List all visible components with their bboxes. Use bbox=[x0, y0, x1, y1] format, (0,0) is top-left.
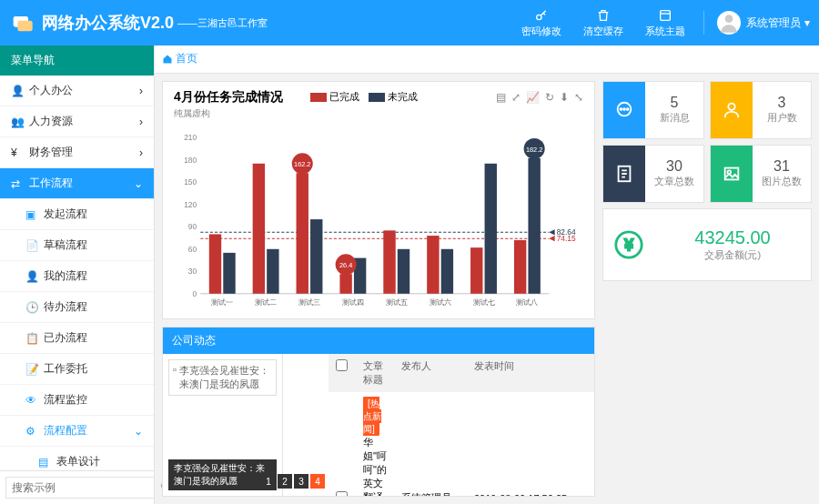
draft-icon: 📄 bbox=[25, 239, 38, 252]
svg-rect-35 bbox=[427, 236, 439, 294]
sidebar-title: 菜单导航 bbox=[0, 45, 154, 76]
header-password-button[interactable]: 密码修改 bbox=[511, 8, 572, 38]
svg-text:182.2: 182.2 bbox=[526, 145, 542, 153]
table-row[interactable]: [热点新闻]华姐"呵呵"的英文翻译火了, 外交部的神翻译还有很多 系统管理员 2… bbox=[329, 392, 594, 497]
avatar[interactable] bbox=[717, 11, 741, 35]
stat-images[interactable]: 31图片总数 bbox=[710, 145, 812, 203]
svg-rect-27 bbox=[310, 219, 322, 294]
legend-done[interactable]: 已完成 bbox=[310, 90, 359, 104]
plus-icon: ▣ bbox=[25, 208, 38, 221]
sidebar-sub-todo[interactable]: 🕒待办流程 bbox=[0, 292, 154, 323]
delegate-icon: 📝 bbox=[25, 363, 38, 376]
svg-rect-41 bbox=[514, 239, 526, 293]
svg-marker-18 bbox=[549, 236, 554, 241]
news-table: 文章标题 发布人 发表时间 [热点新闻]华姐"呵呵"的英文翻译火了, 外交部的神… bbox=[329, 354, 594, 497]
svg-text:测试八: 测试八 bbox=[516, 297, 538, 307]
page-4[interactable]: 4 bbox=[310, 474, 325, 489]
svg-rect-21 bbox=[223, 252, 235, 293]
chevron-right-icon: › bbox=[139, 146, 143, 159]
svg-rect-38 bbox=[470, 247, 482, 294]
chart-panel: 4月份任务完成情况 已完成 未完成 ▤ ⤢ 📈 ↻ ⬇ ⤡ bbox=[162, 81, 595, 319]
sidebar-sub-mine[interactable]: 👤我的流程 bbox=[0, 261, 154, 292]
svg-text:¥: ¥ bbox=[624, 237, 633, 252]
stat-messages[interactable]: 5新消息 bbox=[602, 81, 704, 139]
person-icon: 👤 bbox=[25, 270, 38, 283]
flow-icon: ⇄ bbox=[11, 177, 24, 190]
page-1[interactable]: 1 bbox=[261, 474, 276, 489]
tool-line-icon[interactable]: 📈 bbox=[526, 91, 540, 104]
sidebar-sub-form[interactable]: ▤表单设计 bbox=[0, 447, 154, 470]
svg-text:74.15: 74.15 bbox=[557, 234, 576, 243]
tab-home[interactable]: 首页 bbox=[162, 51, 197, 66]
tool-expand-icon[interactable]: ⤡ bbox=[574, 91, 583, 104]
news-time: 2019-08-09 17:56:25 bbox=[467, 488, 594, 497]
header-clear-button[interactable]: 清空缓存 bbox=[572, 8, 634, 38]
chart-subtitle: 纯属虚构 bbox=[174, 107, 583, 120]
sidebar-sub-monitor[interactable]: 👁流程监控 bbox=[0, 385, 154, 416]
tool-data-icon[interactable]: ▤ bbox=[496, 91, 506, 104]
svg-point-56 bbox=[627, 108, 629, 110]
tool-zoom-icon[interactable]: ⤢ bbox=[511, 91, 521, 104]
svg-text:测试六: 测试六 bbox=[430, 297, 451, 307]
user-name[interactable]: 系统管理员 bbox=[746, 15, 801, 31]
svg-marker-15 bbox=[549, 229, 554, 235]
svg-text:测试七: 测试七 bbox=[473, 297, 495, 307]
stat-articles[interactable]: 30文章总数 bbox=[602, 145, 704, 203]
svg-rect-24 bbox=[267, 248, 278, 293]
tool-refresh-icon[interactable]: ↻ bbox=[545, 91, 554, 104]
sidebar-search: 🔍 bbox=[0, 470, 154, 504]
image-icon: ▫ bbox=[173, 364, 177, 375]
stats-column: 5新消息 3用户数 30文章总数 31图片总数 bbox=[602, 81, 812, 498]
theme-icon bbox=[658, 8, 672, 23]
svg-rect-23 bbox=[253, 163, 265, 293]
sidebar-sub-draft[interactable]: 📄草稿流程 bbox=[0, 230, 154, 261]
done-icon: 📋 bbox=[25, 332, 38, 345]
svg-rect-39 bbox=[485, 163, 497, 293]
header-theme-button[interactable]: 系统主题 bbox=[634, 8, 696, 38]
page-3[interactable]: 3 bbox=[294, 474, 308, 489]
sidebar-item-hr[interactable]: 👥人力资源› bbox=[0, 106, 154, 137]
svg-rect-32 bbox=[383, 230, 395, 293]
user-icon: 👤 bbox=[11, 85, 24, 97]
svg-text:测试二: 测试二 bbox=[255, 297, 277, 307]
legend-undone[interactable]: 未完成 bbox=[369, 90, 418, 104]
stat-money[interactable]: ¥ 43245.00交易金额(元) bbox=[602, 208, 812, 281]
chart-toolbar: ▤ ⤢ 📈 ↻ ⬇ ⤡ bbox=[496, 91, 583, 104]
check-all[interactable] bbox=[336, 359, 348, 371]
svg-text:测试三: 测试三 bbox=[298, 297, 320, 307]
sidebar-sub-done[interactable]: 📋已办流程 bbox=[0, 323, 154, 354]
sidebar-sub-delegate[interactable]: 📝工作委托 bbox=[0, 354, 154, 385]
stat-users[interactable]: 3用户数 bbox=[710, 81, 812, 139]
svg-text:162.2: 162.2 bbox=[294, 159, 310, 167]
svg-rect-29 bbox=[339, 274, 351, 294]
col-author: 发布人 bbox=[394, 354, 467, 392]
svg-text:180: 180 bbox=[184, 155, 197, 164]
svg-text:60: 60 bbox=[188, 244, 197, 253]
news-title: 华姐"呵呵"的英文翻译火了, 外交部的神翻译还有很多 bbox=[363, 437, 387, 497]
sidebar-item-workflow[interactable]: ⇄工作流程⌄ bbox=[0, 168, 154, 199]
table-header: 文章标题 发布人 发表时间 bbox=[329, 354, 594, 392]
app-header: 网络办公系统V2.0 ——三湘古邑工作室 密码修改 清空缓存 系统主题 系统管理… bbox=[0, 0, 819, 45]
svg-text:测试五: 测试五 bbox=[386, 297, 408, 307]
row-check[interactable] bbox=[336, 491, 348, 496]
svg-rect-33 bbox=[398, 248, 410, 293]
image-icon bbox=[711, 146, 753, 202]
tab-bar: 首页 bbox=[155, 45, 819, 74]
chart-legend: 已完成 未完成 bbox=[310, 90, 418, 104]
gear-icon: ⚙ bbox=[25, 425, 38, 438]
page-2[interactable]: 2 bbox=[278, 474, 292, 489]
tool-download-icon[interactable]: ⬇ bbox=[560, 91, 569, 104]
coin-icon: ¥ bbox=[603, 229, 654, 260]
search-input[interactable] bbox=[5, 477, 155, 499]
svg-rect-42 bbox=[528, 157, 540, 293]
sidebar-item-finance[interactable]: ¥财务管理› bbox=[0, 137, 154, 168]
sidebar-menu: 👤个人办公› 👥人力资源› ¥财务管理› ⇄工作流程⌄ ▣发起流程 📄草稿流程 … bbox=[0, 76, 154, 470]
news-header: 公司动态 bbox=[163, 328, 594, 354]
svg-text:90: 90 bbox=[188, 222, 197, 231]
chevron-down-icon: ⌄ bbox=[134, 177, 143, 190]
svg-rect-3 bbox=[661, 10, 671, 20]
sidebar-item-personal[interactable]: 👤个人办公› bbox=[0, 76, 154, 106]
sidebar-sub-start[interactable]: ▣发起流程 bbox=[0, 199, 154, 230]
logo-icon bbox=[9, 10, 35, 35]
sidebar-sub-config[interactable]: ⚙流程配置⌄ bbox=[0, 416, 154, 447]
